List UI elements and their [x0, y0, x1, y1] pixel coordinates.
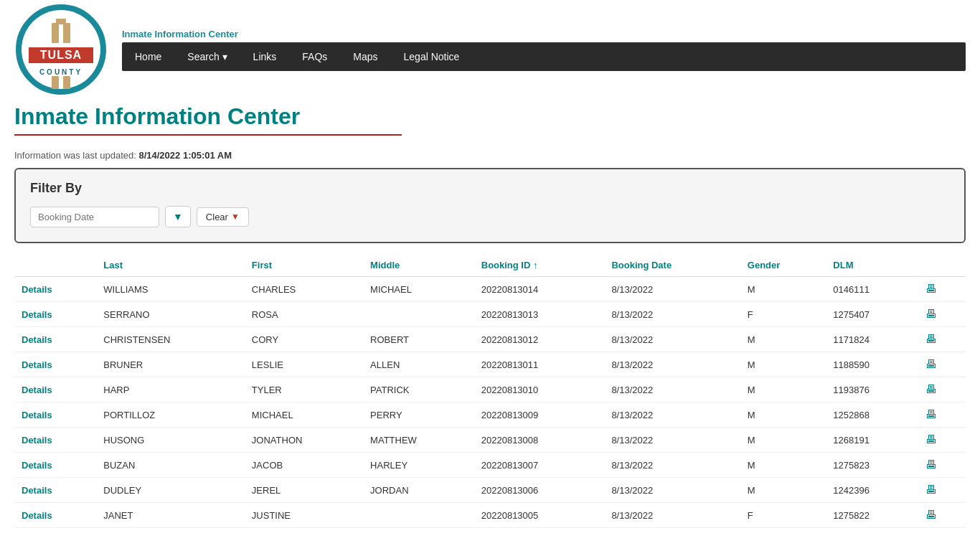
print-icon[interactable]: 🖶 [925, 408, 937, 420]
dlm-cell: 1275822 [826, 503, 918, 528]
details-link[interactable]: Details [22, 460, 52, 471]
first-name-cell: LESLIE [245, 352, 363, 377]
middle-name-cell: ALLEN [363, 352, 474, 377]
gender-cell: M [740, 377, 826, 402]
booking-date-cell: 8/13/2022 [604, 377, 740, 402]
col-header-booking-id[interactable]: Booking ID ↑ [474, 254, 605, 277]
clear-filter-button[interactable]: Clear ▼ [197, 207, 249, 227]
table-row: Details CHRISTENSEN CORY ROBERT 20220813… [14, 327, 966, 352]
middle-name-cell: PATRICK [363, 377, 474, 402]
print-icon[interactable]: 🖶 [925, 383, 937, 395]
details-link[interactable]: Details [22, 435, 52, 446]
col-header-booking-date[interactable]: Booking Date [604, 254, 740, 277]
gender-cell: F [740, 503, 826, 528]
booking-id-cell: 20220813011 [474, 352, 605, 377]
middle-name-cell: PERRY [363, 402, 474, 428]
print-icon[interactable]: 🖶 [925, 458, 937, 471]
details-link[interactable]: Details [22, 284, 52, 295]
middle-name-cell: MICHAEL [363, 277, 474, 302]
details-link[interactable]: Details [22, 334, 52, 345]
dlm-cell: 1268191 [826, 428, 918, 453]
booking-id-cell: 20220813012 [474, 327, 605, 352]
details-link[interactable]: Details [22, 410, 52, 420]
svg-rect-4 [56, 19, 66, 24]
booking-date-cell: 8/13/2022 [604, 277, 740, 302]
nav-legal-notice[interactable]: Legal Notice [391, 42, 473, 71]
booking-id-cell: 20220813013 [474, 302, 605, 327]
last-name-cell: HARP [96, 377, 245, 402]
print-icon[interactable]: 🖶 [925, 283, 937, 295]
details-link[interactable]: Details [22, 359, 52, 370]
details-cell: Details [14, 302, 96, 327]
last-name-cell: SERRANO [96, 302, 245, 327]
col-header-dlm[interactable]: DLM [826, 254, 918, 277]
print-cell: 🖶 [918, 428, 966, 453]
middle-name-cell [363, 503, 474, 528]
last-name-cell: JANET [96, 503, 245, 528]
last-name-cell: WILLIAMS [96, 277, 245, 302]
svg-text:TULSA: TULSA [40, 49, 82, 61]
details-cell: Details [14, 327, 96, 352]
nav-home[interactable]: Home [122, 42, 174, 71]
print-cell: 🖶 [918, 478, 966, 503]
nav-search[interactable]: Search ▾ [174, 42, 240, 71]
booking-date-cell: 8/13/2022 [604, 453, 740, 478]
col-header-print [918, 254, 966, 277]
nav-subtitle: Inmate Information Center [122, 29, 966, 39]
col-header-middle[interactable]: Middle [363, 254, 474, 277]
table-row: Details BRUNER LESLIE ALLEN 20220813011 … [14, 352, 966, 377]
middle-name-cell: JORDAN [363, 478, 474, 503]
last-updated-value: 8/14/2022 1:05:01 AM [138, 150, 232, 161]
nav-links[interactable]: Links [240, 42, 290, 71]
table-row: Details WILLIAMS CHARLES MICHAEL 2022081… [14, 277, 966, 302]
first-name-cell: TYLER [245, 377, 363, 402]
table-row: Details HARP TYLER PATRICK 20220813010 8… [14, 377, 966, 402]
last-name-cell: DUDLEY [96, 478, 245, 503]
print-icon[interactable]: 🖶 [925, 358, 937, 370]
print-icon[interactable]: 🖶 [925, 433, 937, 446]
booking-date-filter-input[interactable] [30, 207, 159, 227]
print-cell: 🖶 [918, 402, 966, 428]
svg-rect-2 [52, 23, 59, 43]
booking-id-cell: 20220813009 [474, 402, 605, 428]
filter-apply-button[interactable]: ▼ [165, 206, 191, 227]
print-icon[interactable]: 🖶 [925, 333, 937, 345]
details-link[interactable]: Details [22, 510, 52, 521]
gender-cell: M [740, 428, 826, 453]
details-cell: Details [14, 478, 96, 503]
table-row: Details SERRANO ROSA 20220813013 8/13/20… [14, 302, 966, 327]
booking-id-cell: 20220813005 [474, 503, 605, 528]
middle-name-cell [363, 302, 474, 327]
svg-rect-3 [63, 23, 70, 43]
details-cell: Details [14, 277, 96, 302]
table-row: Details PORTILLOZ MICHAEL PERRY 20220813… [14, 402, 966, 428]
print-icon[interactable]: 🖶 [925, 484, 937, 496]
print-icon[interactable]: 🖶 [925, 509, 937, 521]
details-cell: Details [14, 377, 96, 402]
filter-title: Filter By [30, 181, 950, 196]
last-name-cell: BRUNER [96, 352, 245, 377]
last-name-cell: HUSONG [96, 428, 245, 453]
first-name-cell: MICHAEL [245, 402, 363, 428]
booking-id-cell: 20220813014 [474, 277, 605, 302]
gender-cell: M [740, 453, 826, 478]
details-link[interactable]: Details [22, 485, 52, 496]
dlm-cell: 1188590 [826, 352, 918, 377]
nav-faqs[interactable]: FAQs [289, 42, 340, 71]
print-cell: 🖶 [918, 327, 966, 352]
dlm-cell: 1193876 [826, 377, 918, 402]
dlm-cell: 1252868 [826, 402, 918, 428]
details-cell: Details [14, 402, 96, 428]
first-name-cell: JONATHON [245, 428, 363, 453]
nav-maps[interactable]: Maps [340, 42, 390, 71]
col-header-last[interactable]: Last [96, 254, 245, 277]
col-header-first[interactable]: First [245, 254, 363, 277]
first-name-cell: CORY [245, 327, 363, 352]
col-header-gender[interactable]: Gender [740, 254, 826, 277]
logo: TULSA COUNTY [14, 3, 108, 96]
booking-date-cell: 8/13/2022 [604, 402, 740, 428]
table-header-row: Last First Middle Booking ID ↑ Booking D… [14, 254, 966, 277]
details-link[interactable]: Details [22, 385, 52, 395]
print-icon[interactable]: 🖶 [925, 308, 937, 320]
details-link[interactable]: Details [22, 309, 52, 320]
